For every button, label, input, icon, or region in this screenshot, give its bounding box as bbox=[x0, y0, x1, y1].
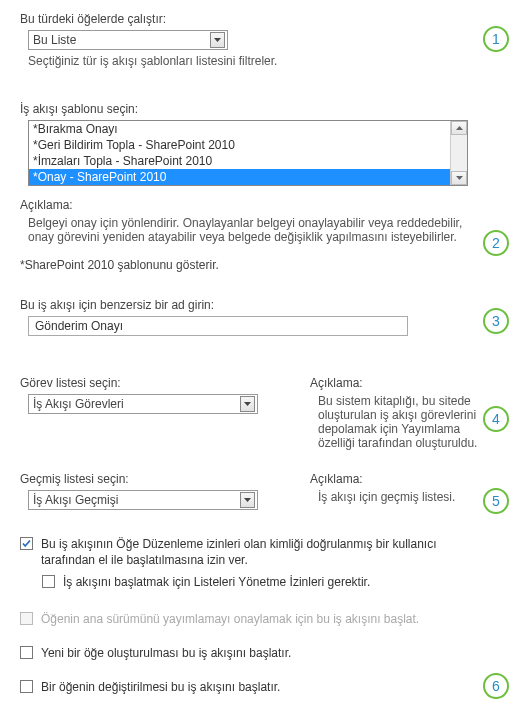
checkbox-icon[interactable] bbox=[20, 537, 33, 550]
name-input[interactable] bbox=[28, 316, 408, 336]
history-list-desc-text: İş akışı için geçmiş listesi. bbox=[318, 490, 509, 504]
history-list-select[interactable]: İş Akışı Geçmişi bbox=[28, 490, 258, 510]
scroll-track[interactable] bbox=[451, 135, 467, 171]
task-list-value: İş Akışı Görevleri bbox=[33, 397, 240, 411]
run-on-value: Bu Liste bbox=[33, 33, 210, 47]
task-list-section: Görev listesi seçin: İş Akışı Görevleri … bbox=[20, 376, 509, 450]
history-list-label: Geçmiş listesi seçin: bbox=[20, 472, 280, 486]
option-require-manage-label: İş akışını başlatmak için Listeleri Yöne… bbox=[63, 574, 370, 590]
dropdown-icon bbox=[210, 32, 225, 48]
run-on-section: Bu türdeki öğelerde çalıştır: Bu Liste S… bbox=[20, 12, 509, 68]
option-manual[interactable]: Bu iş akışının Öğe Düzenleme izinleri ol… bbox=[20, 536, 509, 568]
callout-4: 4 bbox=[483, 406, 509, 432]
callout-6: 6 bbox=[483, 673, 509, 699]
dropdown-icon bbox=[240, 396, 255, 412]
run-on-select[interactable]: Bu Liste bbox=[28, 30, 228, 50]
checkbox-icon[interactable] bbox=[20, 646, 33, 659]
checkbox-icon bbox=[20, 612, 33, 625]
checkbox-icon[interactable] bbox=[42, 575, 55, 588]
callout-3: 3 bbox=[483, 308, 509, 334]
template-desc-text: Belgeyi onay için yönlendirir. Onaylayan… bbox=[28, 216, 468, 244]
callout-5: 5 bbox=[483, 488, 509, 514]
template-label: İş akışı şablonu seçin: bbox=[20, 102, 509, 116]
start-options-section: Bu iş akışının Öğe Düzenleme izinleri ol… bbox=[20, 536, 509, 695]
dropdown-icon bbox=[240, 492, 255, 508]
callout-2: 2 bbox=[483, 230, 509, 256]
option-on-change[interactable]: Bir öğenin değiştirilmesi bu iş akışını … bbox=[20, 679, 509, 695]
template-listbox[interactable]: *Bırakma Onayı *Geri Bildirim Topla - Sh… bbox=[28, 120, 468, 186]
name-section: Bu iş akışı için benzersiz bir ad girin:… bbox=[20, 298, 509, 336]
callout-1: 1 bbox=[483, 26, 509, 52]
scroll-down-icon[interactable] bbox=[451, 171, 467, 185]
checkbox-icon[interactable] bbox=[20, 680, 33, 693]
template-note: *SharePoint 2010 şablonunu gösterir. bbox=[20, 258, 509, 272]
option-on-publish: Öğenin ana sürümünü yayımlamayı onaylama… bbox=[20, 611, 509, 627]
task-list-desc-text: Bu sistem kitaplığı, bu sitede oluşturul… bbox=[318, 394, 488, 450]
list-item[interactable]: *Bırakma Onayı bbox=[29, 121, 450, 137]
scrollbar[interactable] bbox=[450, 121, 467, 185]
option-manual-label: Bu iş akışının Öğe Düzenleme izinleri ol… bbox=[41, 536, 461, 568]
run-on-help: Seçtiğiniz tür iş akışı şablonları liste… bbox=[28, 54, 509, 68]
task-list-select[interactable]: İş Akışı Görevleri bbox=[28, 394, 258, 414]
option-on-create[interactable]: Yeni bir öğe oluşturulması bu iş akışını… bbox=[20, 645, 509, 661]
list-item[interactable]: *Onay - SharePoint 2010 bbox=[29, 169, 450, 185]
history-list-section: Geçmiş listesi seçin: İş Akışı Geçmişi A… bbox=[20, 472, 509, 510]
scroll-up-icon[interactable] bbox=[451, 121, 467, 135]
task-list-desc-label: Açıklama: bbox=[310, 376, 509, 390]
list-item[interactable]: *Geri Bildirim Topla - SharePoint 2010 bbox=[29, 137, 450, 153]
task-list-label: Görev listesi seçin: bbox=[20, 376, 280, 390]
history-list-value: İş Akışı Geçmişi bbox=[33, 493, 240, 507]
template-section: İş akışı şablonu seçin: *Bırakma Onayı *… bbox=[20, 102, 509, 272]
template-desc-label: Açıklama: bbox=[20, 198, 509, 212]
name-label: Bu iş akışı için benzersiz bir ad girin: bbox=[20, 298, 509, 312]
list-item[interactable]: *İmzaları Topla - SharePoint 2010 bbox=[29, 153, 450, 169]
history-list-desc-label: Açıklama: bbox=[310, 472, 509, 486]
option-require-manage[interactable]: İş akışını başlatmak için Listeleri Yöne… bbox=[42, 574, 509, 590]
run-on-label: Bu türdeki öğelerde çalıştır: bbox=[20, 12, 509, 26]
option-on-change-label: Bir öğenin değiştirilmesi bu iş akışını … bbox=[41, 679, 280, 695]
option-on-publish-label: Öğenin ana sürümünü yayımlamayı onaylama… bbox=[41, 611, 419, 627]
option-on-create-label: Yeni bir öğe oluşturulması bu iş akışını… bbox=[41, 645, 291, 661]
